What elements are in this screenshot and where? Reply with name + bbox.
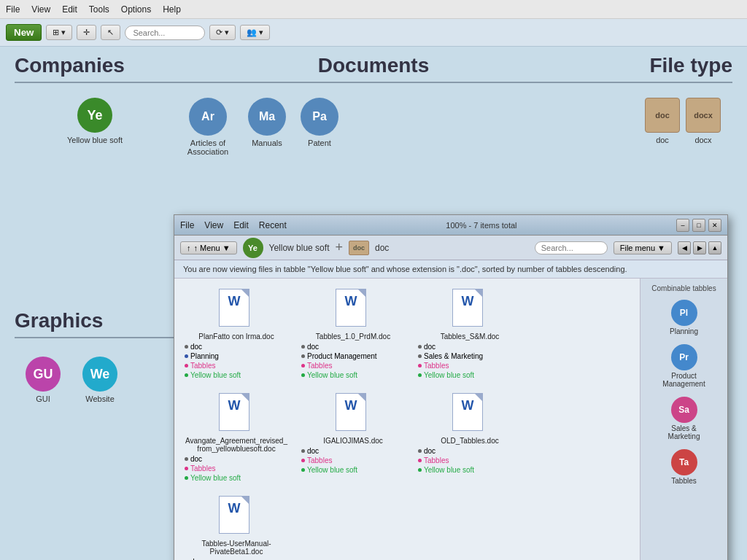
fw-plus-icon[interactable]: + — [335, 240, 343, 255]
website-icon: We — [82, 357, 117, 392]
sidebar-product-mgmt[interactable]: Pr ProductManagement — [645, 341, 723, 391]
file-tag-0-1: Planning — [185, 352, 219, 360]
minimize-button[interactable]: – — [676, 219, 689, 232]
main-area: Companies Documents File type Ye Yellow … — [0, 47, 747, 560]
menu-view[interactable]: View — [31, 4, 50, 15]
doc-items: Ar Articles of Association Ma Manuals Pa… — [175, 90, 598, 163]
fw-menu-recent[interactable]: Recent — [259, 220, 287, 230]
file-tag-5-0: doc — [418, 447, 436, 455]
fw-toolbar: ↑ ↑ Menu ▼ Ye Yellow blue soft + doc doc… — [174, 236, 727, 260]
graphics-items: GU GUI We Website — [15, 346, 175, 414]
maximize-button[interactable]: □ — [692, 219, 705, 232]
menu-file[interactable]: File — [6, 4, 20, 15]
fw-nav-up-button[interactable]: ▲ — [708, 241, 721, 254]
sales-icon: Sa — [671, 397, 697, 423]
product-mgmt-label: ProductManagement — [662, 372, 705, 388]
doc-patent[interactable]: Pa Patent — [301, 98, 338, 156]
doc-patent-label: Patent — [308, 139, 331, 147]
file-icon-6: W — [219, 496, 254, 537]
fw-search-input[interactable] — [535, 241, 608, 254]
menu-edit[interactable]: Edit — [62, 4, 77, 15]
company-yellowbluesoft[interactable]: Ye Yellow blue soft — [22, 98, 168, 144]
file-tag-1-0: doc — [301, 343, 319, 351]
dot-pink-icon — [418, 364, 422, 368]
dot-gray-icon — [185, 457, 188, 461]
file-icon-1: W — [336, 289, 371, 330]
ye-icon: Ye — [77, 98, 112, 133]
dot-gray-icon — [301, 449, 305, 453]
filetype-docx[interactable]: docx docx — [686, 98, 721, 144]
fw-back-button[interactable]: ↑ ↑ Menu ▼ — [180, 241, 237, 254]
fw-titlebar: File View Edit Recent 100% - 7 items tot… — [174, 215, 727, 236]
file-item-4[interactable]: W IGALIOJIMAS.doc doc Tabbles Yellow blu… — [298, 390, 408, 486]
file-tag-4-1: Tabbles — [301, 456, 332, 464]
select-button[interactable]: ↖ — [101, 25, 120, 40]
dot-gray-icon — [185, 345, 188, 349]
dot-gray-icon — [301, 345, 305, 349]
doc-filetype-label: doc — [656, 136, 669, 144]
grid-icon: ⊞ — [53, 28, 59, 37]
file-item-6[interactable]: W Tabbles-UserManual-PivateBeta1.doc doc… — [182, 493, 291, 560]
file-icon-0: W — [219, 289, 254, 330]
dot-gray-icon — [418, 354, 422, 358]
fw-nav-forward-button[interactable]: ▶ — [693, 241, 706, 254]
fw-sidebar: Combinable tabbles Pl Planning Pr Produc… — [640, 279, 727, 560]
menu-help[interactable]: Help — [163, 4, 181, 15]
filetype-header: File type — [523, 54, 732, 83]
sidebar-sales[interactable]: Sa Sales &Marketing — [645, 394, 723, 443]
tabbles-label: Tabbles — [671, 477, 696, 485]
refresh-button[interactable]: ⟳ ▾ — [209, 25, 236, 40]
grid-view-button[interactable]: ⊞ ▾ — [46, 25, 72, 40]
file-name-0: PlanFatto con Irma.doc — [185, 332, 288, 341]
sidebar-tabbles[interactable]: Ta Tabbles — [645, 446, 723, 488]
file-item-3[interactable]: W Avangate_Agreement_revised_from_yellow… — [182, 390, 291, 486]
file-tag-3-1: Tabbles — [185, 464, 215, 472]
docx-filetype-icon: docx — [686, 98, 721, 133]
file-item-2[interactable]: W Tabbles_S&M.doc doc Sales & Marketing … — [415, 286, 525, 383]
file-item-5[interactable]: W OLD_Tabbles.doc doc Tabbles Yellow blu… — [415, 390, 525, 486]
file-item-0[interactable]: W PlanFatto con Irma.doc doc Planning Ta… — [182, 286, 291, 383]
filetype-items: doc doc docx docx — [638, 90, 740, 152]
fw-menu-file[interactable]: File — [180, 220, 194, 230]
close-button[interactable]: ✕ — [708, 219, 721, 232]
dot-green-icon — [185, 476, 188, 480]
dot-green-icon — [185, 373, 188, 377]
search-input[interactable] — [125, 26, 205, 40]
fw-menu-view[interactable]: View — [204, 220, 223, 230]
dot-gray-icon — [418, 449, 422, 453]
file-name-1: Tabbles_1.0_PrdM.doc — [301, 332, 405, 341]
file-item-1[interactable]: W Tabbles_1.0_PrdM.doc doc Product Manag… — [298, 286, 408, 383]
doc-articles[interactable]: Ar Articles of Association — [182, 98, 233, 156]
toolbar: New ⊞ ▾ ✛ ↖ ⟳ ▾ 👥 ▾ — [0, 19, 747, 47]
dot-gray-icon — [301, 354, 305, 358]
fw-filemenu-button[interactable]: File menu ▼ — [614, 241, 672, 254]
graphics-website[interactable]: We Website — [82, 357, 117, 403]
doc-manuals[interactable]: Ma Manuals — [248, 98, 286, 156]
file-tag-1-3: Yellow blue soft — [301, 371, 357, 379]
menu-tools[interactable]: Tools — [89, 4, 109, 15]
menu-btn-label: ↑ Menu ▼ — [194, 244, 231, 252]
fw-win-controls: – □ ✕ — [676, 219, 721, 232]
dot-green-icon — [301, 468, 305, 472]
filetype-doc[interactable]: doc doc — [645, 98, 680, 144]
file-name-5: OLD_Tabbles.doc — [418, 437, 522, 445]
fw-content: W PlanFatto con Irma.doc doc Planning Ta… — [174, 279, 727, 560]
users-button[interactable]: 👥 ▾ — [240, 25, 270, 40]
graphics-gui[interactable]: GU GUI — [26, 357, 61, 403]
file-icon-2: W — [452, 289, 487, 330]
fw-menu-edit[interactable]: Edit — [233, 220, 249, 230]
add-button[interactable]: ✛ — [77, 25, 96, 40]
fw-nav-back-button[interactable]: ◀ — [678, 241, 691, 254]
dot-pink-icon — [185, 467, 188, 470]
menu-options[interactable]: Options — [121, 4, 151, 15]
new-button[interactable]: New — [6, 24, 42, 41]
file-tag-2-1: Sales & Marketing — [418, 352, 483, 360]
file-icon-5: W — [452, 393, 487, 434]
refresh-icon: ⟳ — [216, 28, 222, 37]
file-tag-3-0: doc — [185, 455, 202, 463]
file-tag-0-3: Yellow blue soft — [185, 371, 241, 379]
documents-section: Ar Articles of Association Ma Manuals Pa… — [175, 90, 598, 163]
companies-header: Companies — [15, 54, 224, 83]
file-icon-3: W — [219, 393, 254, 434]
sidebar-planning[interactable]: Pl Planning — [645, 297, 723, 338]
